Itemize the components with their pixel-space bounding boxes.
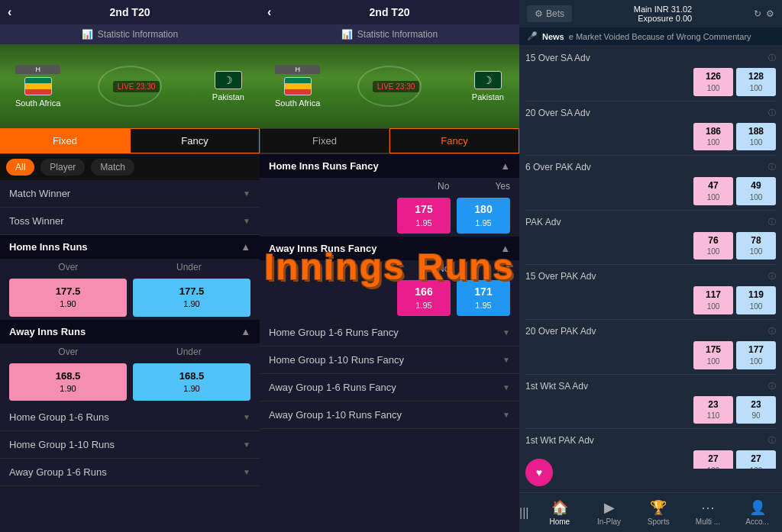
odds-blue-5[interactable]: 177 100	[736, 341, 776, 369]
mid-home-1-10-arrow: ▼	[502, 356, 510, 364]
main-label: Main	[634, 5, 652, 14]
home-fancy-header[interactable]: Home Inns Runs Fancy ▲	[260, 154, 519, 178]
settings-icon[interactable]: ⚙	[766, 8, 774, 19]
avatar-badge[interactable]: ♥	[525, 459, 553, 486]
away-fancy-bet-header: No Yes	[260, 260, 519, 277]
away-no-cell[interactable]: 166 1.95	[397, 280, 451, 316]
away-inns-header[interactable]: Away Inns Runs ▲	[0, 320, 260, 343]
market-home-1-10[interactable]: Home Group 1-10 Runs ▼	[0, 431, 260, 459]
away-yes-label: Yes	[495, 263, 510, 274]
refresh-icon[interactable]: ↻	[754, 8, 761, 19]
odds-pink-0[interactable]: 126 100	[693, 68, 733, 96]
nav-multi[interactable]: ⋯ Multi ...	[683, 493, 733, 532]
mid-market-away-1-10[interactable]: Away Group 1-10 Runs Fancy ▼	[260, 401, 519, 429]
odds-pink-3[interactable]: 76 100	[693, 232, 733, 260]
match-center: LIVE 23:30	[113, 81, 160, 92]
odds-blue-4[interactable]: 119 100	[736, 286, 776, 314]
home-yes-label: Yes	[495, 181, 510, 192]
stat-label: Statistic Information	[98, 29, 178, 40]
home-inns-header[interactable]: Home Inns Runs ▲	[0, 235, 260, 259]
left-stat-bar[interactable]: 📊 Statistic Information	[0, 24, 260, 44]
home-under-stake: 1.90	[136, 298, 247, 310]
nav-account[interactable]: 👤 Acco...	[732, 493, 782, 532]
odds-pink-1[interactable]: 186 100	[693, 123, 733, 151]
tab-fixed-left[interactable]: Fixed	[0, 128, 130, 153]
mid-home-1-6-label: Home Group 1-6 Runs Fancy	[269, 327, 399, 338]
news-text: e Market Voided Because of Wrong Comment…	[569, 32, 751, 41]
mid-home-badge: H	[275, 65, 320, 74]
nav-sports[interactable]: 🏆 Sports	[634, 493, 683, 532]
market-match-winner[interactable]: Match Winner ▼	[0, 180, 260, 208]
market-home-1-6[interactable]: Home Group 1-6 Runs ▼	[0, 404, 260, 431]
mid-back-arrow[interactable]: ‹	[267, 5, 271, 19]
mid-stat-icon: 📊	[341, 29, 353, 40]
odds-blue-6[interactable]: 23 90	[736, 396, 776, 424]
multi-icon: ⋯	[701, 499, 715, 516]
subtab-player[interactable]: Player	[40, 159, 85, 176]
home-under-cell[interactable]: 177.5 1.90	[133, 279, 250, 317]
info-icon-3[interactable]: ⓘ	[768, 217, 776, 227]
tab-fancy-mid[interactable]: Fancy	[389, 128, 519, 153]
odds-pink-6[interactable]: 23 110	[693, 396, 733, 424]
home-under-label: Under	[176, 262, 202, 272]
away-yes-cell[interactable]: 171 1.95	[457, 280, 510, 316]
mid-tabs: Fixed Fancy	[260, 128, 519, 154]
mid-sa-flag	[284, 77, 312, 95]
home-badge: H	[15, 65, 60, 74]
odds-pink-7[interactable]: 27 100	[693, 450, 733, 469]
mid-away-name: Pakistan	[472, 92, 504, 102]
balance-info: Main INR 31.02 Exposure 0.00	[634, 5, 692, 23]
subtab-match[interactable]: Match	[91, 159, 134, 176]
odds-blue-2[interactable]: 49 100	[736, 177, 776, 205]
info-icon-1[interactable]: ⓘ	[768, 108, 776, 118]
info-icon-4[interactable]: ⓘ	[768, 271, 776, 282]
away-fancy-header[interactable]: Away Inns Runs Fancy ▲	[260, 237, 519, 260]
away-under-cell[interactable]: 168.5 1.90	[133, 363, 250, 401]
account-label: Acco...	[745, 517, 769, 526]
mid-stat-bar[interactable]: 📊 Statistic Information	[260, 24, 519, 44]
bets-button[interactable]: ⚙ Bets	[527, 5, 572, 22]
home-over-odds: 177.5	[12, 285, 124, 298]
away-no-label: No	[438, 263, 449, 274]
odds-cells-2: 47 100 49 100	[525, 177, 776, 205]
away-over-odds: 168.5	[12, 369, 124, 383]
odds-blue-7[interactable]: 27 100	[736, 450, 776, 469]
tab-fancy-left[interactable]: Fancy	[130, 128, 260, 153]
market-away-1-6[interactable]: Away Group 1-6 Runs ▼	[0, 459, 260, 486]
odds-row-1st-wkt-sa: 1st Wkt SA Adv ⓘ 23 110 23 90	[525, 375, 776, 430]
odds-pink-2[interactable]: 47 100	[693, 177, 733, 205]
mid-market-away-1-6[interactable]: Away Group 1-6 Runs Fancy ▼	[260, 374, 519, 401]
left-title: 2nd T20	[110, 6, 150, 18]
home-no-val: 175	[400, 202, 448, 218]
home-inns-collapse: ▲	[241, 241, 250, 253]
left-back-arrow[interactable]: ‹	[8, 5, 11, 19]
odds-blue-0[interactable]: 128 100	[736, 68, 776, 96]
info-icon-7[interactable]: ⓘ	[768, 435, 776, 446]
mid-market-home-1-10[interactable]: Home Group 1-10 Runs Fancy ▼	[260, 347, 519, 374]
mid-live-badge: LIVE 23:30	[373, 81, 420, 92]
mid-away-1-6-arrow: ▼	[502, 383, 510, 392]
market-toss-winner[interactable]: Toss Winner ▼	[0, 208, 260, 235]
info-icon-6[interactable]: ⓘ	[768, 381, 776, 392]
odds-blue-3[interactable]: 78 100	[736, 232, 776, 260]
odds-blue-1[interactable]: 188 100	[736, 123, 776, 151]
away-inns-collapse: ▲	[241, 326, 250, 337]
odds-pink-5[interactable]: 175 100	[693, 341, 733, 369]
subtab-all[interactable]: All	[6, 159, 34, 176]
balance-val: INR 31.02	[654, 5, 693, 14]
mid-title: 2nd T20	[370, 6, 410, 18]
info-icon-2[interactable]: ⓘ	[768, 162, 776, 172]
pak-flag	[215, 71, 242, 89]
away-over-cell[interactable]: 168.5 1.90	[9, 363, 127, 401]
odds-pink-4[interactable]: 117 100	[693, 286, 733, 314]
home-yes-cell[interactable]: 180 1.95	[457, 198, 510, 234]
info-icon-0[interactable]: ⓘ	[768, 53, 776, 63]
mid-market-home-1-6[interactable]: Home Group 1-6 Runs Fancy ▼	[260, 319, 519, 347]
info-icon-5[interactable]: ⓘ	[768, 326, 776, 337]
home-over-cell[interactable]: 177.5 1.90	[9, 279, 127, 317]
nav-inplay[interactable]: ▶ In-Play	[584, 493, 634, 532]
tab-fixed-mid[interactable]: Fixed	[260, 128, 389, 153]
nav-home[interactable]: 🏠 Home	[535, 493, 584, 532]
right-panel: ⚙ Bets Main INR 31.02 Exposure 0.00 ↻ ⚙ …	[519, 0, 782, 532]
home-no-cell[interactable]: 175 1.95	[397, 198, 451, 234]
